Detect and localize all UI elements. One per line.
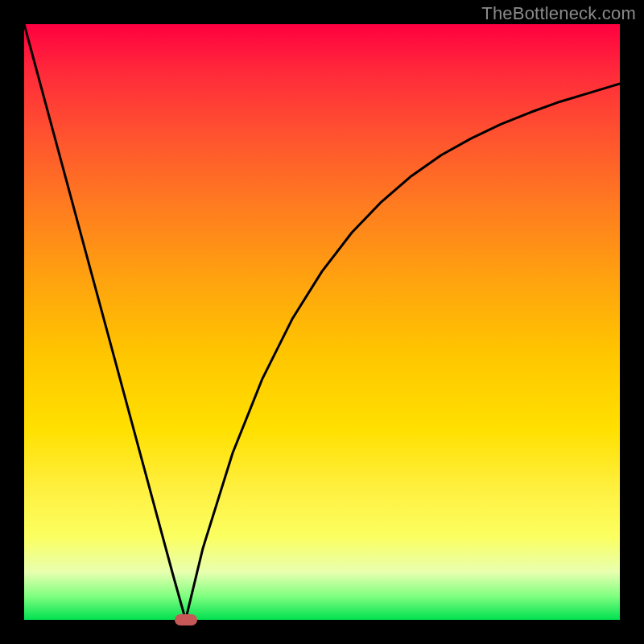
- min-point-marker: [175, 614, 197, 625]
- chart-frame: TheBottleneck.com: [0, 0, 644, 644]
- curve-right-branch: [186, 84, 620, 620]
- curve-left-branch: [24, 24, 186, 620]
- plot-area: [24, 24, 620, 620]
- watermark-text: TheBottleneck.com: [481, 3, 636, 24]
- curve-layer: [24, 24, 620, 620]
